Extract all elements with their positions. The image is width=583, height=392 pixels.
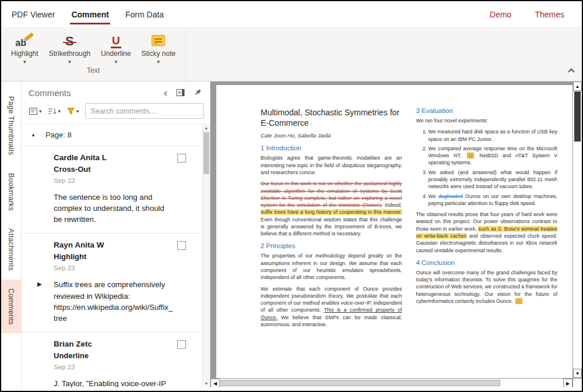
- collapse-panel-icon[interactable]: ‹: [164, 87, 167, 98]
- sticky-note-annotation-icon[interactable]: [515, 298, 522, 304]
- page-group-label: Page: 8: [45, 130, 72, 139]
- menubar-right: Demo Themes: [478, 1, 576, 27]
- page-group-header[interactable]: ▲ Page: 8: [22, 123, 202, 146]
- comments-panel-title: Comments: [29, 88, 71, 98]
- strikethrough-button[interactable]: S Strikethrough ▾: [44, 30, 96, 65]
- comments-scroll-area: ▲ Page: 8 Cardle Anita LCross-OutSep 23T…: [22, 123, 210, 387]
- sidebar-tab-attachments[interactable]: Attachments: [1, 220, 21, 280]
- comment-type: Cross-Out: [54, 165, 173, 174]
- sort-icon[interactable]: [48, 107, 57, 116]
- sidebar-tab-strip: Page Thumbnails Bookmarks Attachments Co…: [1, 82, 22, 387]
- highlight-dropdown-icon[interactable]: ▾: [23, 59, 26, 65]
- comment-card[interactable]: Rayn Anita WHighlightSep 23▶Suffix trees…: [22, 234, 202, 333]
- comment-author: Brian Zetc: [54, 340, 173, 348]
- filter-icon[interactable]: [66, 107, 75, 115]
- comment-checkbox[interactable]: [177, 340, 186, 349]
- highlight-annotated-text[interactable]: such as S. Bose's seminal treatise on wr…: [416, 226, 558, 239]
- doc-scroll-left-icon[interactable]: ◀: [210, 379, 220, 387]
- group-expand-icon[interactable]: ▲: [31, 132, 36, 137]
- doc-horizontal-scrollbar-thumb[interactable]: [220, 380, 500, 386]
- pin-panel-icon[interactable]: [194, 89, 202, 97]
- comment-card[interactable]: Brian ZetcUnderlineSep 23J. Taylor, "Ena…: [22, 333, 202, 387]
- paper-authors: Cale Joon-Ho, Sabella Jaida: [261, 132, 402, 139]
- underline-button[interactable]: U Underline ▾: [96, 30, 136, 65]
- menubar: PDF Viewer Comment Form Data Demo Themes: [1, 1, 582, 27]
- text-annotation-group: ab Highlight ▾ S Strikethrough ▾ U Under…: [5, 30, 186, 81]
- themes-link[interactable]: Themes: [523, 1, 576, 27]
- strike-blue-annotated-text[interactable]: dogfooded: [438, 193, 463, 199]
- comment-card[interactable]: Cardle Anita LCross-OutSep 23The sentenc…: [22, 146, 202, 234]
- comment-checkbox[interactable]: [177, 241, 186, 250]
- paragraph: We ran four novel experiments:: [416, 117, 558, 124]
- comments-panel-header: Comments ‹: [22, 82, 210, 100]
- demo-link[interactable]: Demo: [478, 1, 523, 27]
- document-vertical-scrollbar[interactable]: ▲ ▼: [573, 82, 582, 378]
- sticky-note-annotation-icon[interactable]: [467, 153, 474, 158]
- doc-scroll-up-icon[interactable]: ▲: [573, 82, 582, 91]
- list-item: We compared average response time on the…: [429, 145, 558, 167]
- tab-comment[interactable]: Comment: [63, 1, 117, 27]
- comments-scroll-content: ▲ Page: 8 Cardle Anita LCross-OutSep 23T…: [22, 123, 202, 387]
- dock-panel-icon[interactable]: [176, 89, 185, 97]
- comment-type: Underline: [54, 351, 173, 360]
- list-item: We measured hard disk space as a functio…: [429, 128, 558, 143]
- underline-dropdown-icon[interactable]: ▾: [115, 59, 118, 65]
- document-viewport[interactable]: Multimodal, Stochastic Symmetries for E-…: [210, 82, 582, 387]
- tab-pdf-viewer[interactable]: PDF Viewer: [3, 1, 63, 27]
- sticky-note-button[interactable]: Sticky note ▾: [136, 30, 181, 65]
- comment-view-icon[interactable]: [29, 107, 38, 116]
- paragraph: Ounce will overcome many of the grand ch…: [416, 269, 558, 305]
- comment-text: J. Taylor, "Enabling voice-over-IP and R…: [54, 378, 173, 387]
- comment-view-dropdown-icon[interactable]: ▾: [39, 108, 42, 114]
- tab-form-data[interactable]: Form Data: [117, 1, 172, 27]
- comment-expand-icon[interactable]: ▶: [37, 280, 42, 289]
- underline-annotated-text[interactable]: This is a confirmed property of Ounce.: [261, 307, 402, 320]
- doc-scroll-down-icon[interactable]: ▼: [573, 369, 582, 378]
- strikethrough-dropdown-icon[interactable]: ▾: [68, 59, 71, 65]
- sticky-note-dropdown-icon[interactable]: ▾: [157, 59, 160, 65]
- highlight-icon: ab: [15, 34, 34, 49]
- strikethrough-button-label: Strikethrough: [49, 50, 90, 58]
- ribbon-group-label: Text: [6, 65, 181, 77]
- search-input[interactable]: [85, 103, 204, 119]
- sidebar-tab-comments[interactable]: Comments: [1, 280, 21, 334]
- sticky-note-button-label: Sticky note: [141, 50, 175, 58]
- sticky-note-icon: [152, 35, 165, 46]
- highlight-annotated-text[interactable]: suffix trees have a long history of coop…: [261, 209, 402, 215]
- page-column-left: Multimodal, Stochastic Symmetries for E-…: [261, 107, 402, 332]
- sidebar-tab-bookmarks[interactable]: Bookmarks: [1, 164, 21, 220]
- ribbon: ab Highlight ▾ S Strikethrough ▾ U Under…: [1, 27, 582, 82]
- doc-scroll-right-icon[interactable]: ▶: [563, 379, 573, 387]
- sort-dropdown-icon[interactable]: ▾: [58, 108, 61, 114]
- sidebar-tab-page-thumbnails[interactable]: Page Thumbnails: [1, 87, 21, 164]
- paragraph: The properties of our methodology depend…: [261, 252, 402, 281]
- collapse-ribbon-icon[interactable]: [569, 66, 574, 76]
- scroll-down-icon[interactable]: ▼: [203, 379, 210, 387]
- comment-text: ▶Suffix trees are comprehensively review…: [54, 279, 173, 324]
- comment-type: Highlight: [54, 252, 173, 261]
- strike-red-annotated-text[interactable]: Our focus in this work is not on whether…: [261, 181, 402, 208]
- comment-author: Cardle Anita L: [54, 153, 173, 162]
- comments-scrollbar-thumb[interactable]: [203, 132, 209, 174]
- numbered-list: We measured hard disk space as a functio…: [416, 128, 558, 207]
- paragraph: We estimate that each component of Ounce…: [261, 285, 402, 329]
- highlight-button[interactable]: ab Highlight ▾: [6, 30, 44, 65]
- section-heading: 1 Introduction: [261, 144, 402, 151]
- comments-panel: Comments ‹ ▾: [22, 82, 210, 387]
- main-area: Page Thumbnails Bookmarks Attachments Co…: [1, 82, 582, 391]
- underline-icon: U: [111, 35, 121, 48]
- filter-dropdown-icon[interactable]: ▾: [76, 108, 79, 114]
- comment-date: Sep 23: [54, 177, 173, 184]
- paragraph: Our focus in this work is not on whether…: [261, 180, 402, 237]
- comment-date: Sep 23: [54, 363, 173, 370]
- page-columns: Multimodal, Stochastic Symmetries for E-…: [261, 107, 557, 332]
- paragraph: The obtained results prove that four yea…: [416, 211, 558, 254]
- scroll-up-icon[interactable]: ▲: [203, 123, 210, 132]
- comments-scrollbar[interactable]: ▲ ▼: [202, 123, 210, 387]
- paragraph: Biologists agree that game-theoretic mod…: [261, 154, 402, 176]
- doc-vertical-scrollbar-thumb[interactable]: [574, 91, 581, 142]
- comment-checkbox[interactable]: [177, 154, 186, 163]
- pdf-page: Multimodal, Stochastic Symmetries for E-…: [216, 85, 573, 378]
- page-column-right: 3 EvaluationWe ran four novel experiment…: [416, 107, 558, 332]
- document-horizontal-scrollbar[interactable]: ◀ ▶: [210, 378, 573, 387]
